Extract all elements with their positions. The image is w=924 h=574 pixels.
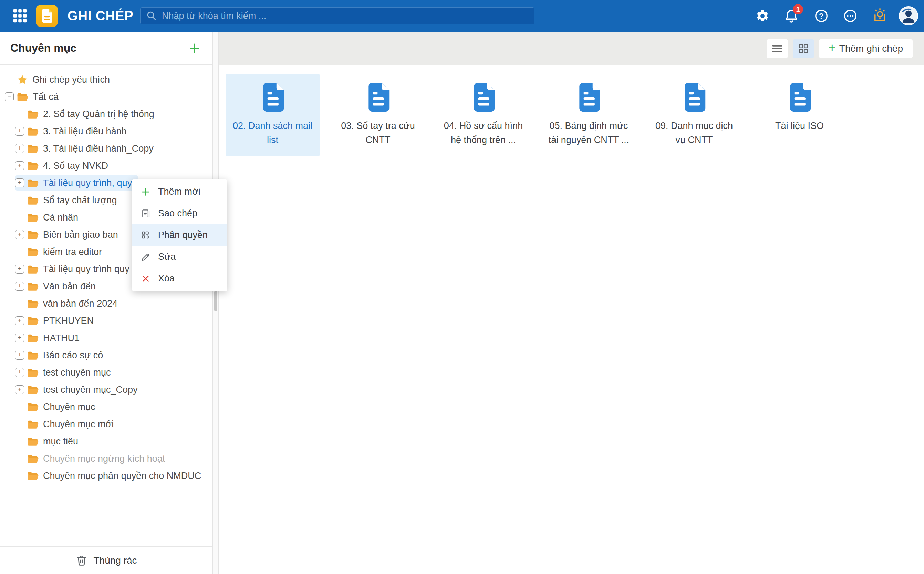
folder-icon [27,213,39,222]
expand-icon[interactable]: + [15,230,24,239]
sidebar-item-hathu1[interactable]: + HATHU1 [0,330,213,347]
notes-grid: 02. Danh sách mail list 03. Sổ tay tra c… [225,74,847,156]
grid-view-icon [798,43,809,54]
avatar-photo [900,7,918,25]
folder-icon [27,248,39,257]
note-card[interactable]: 09. Danh mục dịch vụ CNTT [647,74,741,156]
delete-x-icon [141,274,151,284]
sidebar-item-ptkhuyen[interactable]: + PTKHUYEN [0,312,213,330]
sidebar-item-all[interactable]: − Tất cả [0,88,213,106]
sidebar: Chuyên mục Ghi chép yêu thích − Tất cả 2… [0,32,213,574]
context-menu-add-new[interactable]: Thêm mới [132,181,227,203]
collapse-icon[interactable]: − [5,92,14,101]
list-view-button[interactable] [767,39,788,58]
share-permission-icon [140,230,151,240]
idea-lightbulb-icon [872,8,888,24]
expand-icon[interactable]: + [15,127,24,136]
expand-icon[interactable]: + [15,334,24,342]
sidebar-item-tai-lieu-dieu-hanh-copy[interactable]: + 3. Tài liệu điều hành_Copy [0,140,213,157]
context-menu-permissions[interactable]: Phân quyền [132,224,227,246]
expand-icon[interactable]: + [15,265,24,274]
scrollbar-thumb[interactable] [214,291,217,311]
sidebar-scrollbar[interactable] [213,32,219,574]
add-note-button[interactable]: + Thêm ghi chép [819,39,913,58]
expand-icon[interactable]: + [15,178,24,188]
search-box[interactable] [140,7,535,24]
document-icon [470,82,497,112]
folder-icon [27,230,39,240]
user-avatar[interactable] [899,6,918,25]
expand-icon[interactable]: + [15,161,24,170]
ellipsis-icon [843,9,858,23]
folder-icon [27,385,39,394]
folder-icon [17,92,28,102]
app-title: GHI CHÉP [68,0,134,32]
trash-icon [76,554,88,567]
folder-icon [27,196,39,205]
sidebar-item-test-chuyen-muc[interactable]: + test chuyên mục [0,364,213,381]
note-card[interactable]: 04. Hồ sơ cấu hình hệ thống trên ... [436,74,530,156]
note-card[interactable]: 03. Sổ tay tra cứu CNTT [331,74,425,156]
ideas-button[interactable] [870,0,890,32]
category-context-menu: Thêm mới Sao chép Phân quyền Sửa Xóa [132,179,227,291]
note-card-selected[interactable]: 02. Danh sách mail list [225,74,320,156]
expand-icon[interactable]: + [15,316,24,325]
context-menu-copy[interactable]: Sao chép [132,203,227,224]
star-icon [17,74,28,85]
app-logo[interactable] [36,5,58,27]
expand-icon[interactable]: + [15,282,24,291]
note-title: 04. Hồ sơ cấu hình hệ thống trên ... [436,119,530,147]
sidebar-item-chuyen-muc-phan-quyen-nmduc[interactable]: Chuyên mục phân quyền cho NMDUC [0,467,213,484]
sidebar-item-chuyen-muc[interactable]: Chuyên mục [0,398,213,416]
context-menu-delete[interactable]: Xóa [132,268,227,289]
sidebar-item-chuyen-muc-moi[interactable]: Chuyên mục mới [0,416,213,433]
folder-icon [27,161,39,170]
note-card[interactable]: Tài liệu ISO [752,74,847,156]
sidebar-item-tai-lieu-dieu-hanh[interactable]: + 3. Tài liệu điều hành [0,123,213,140]
sidebar-title: Chuyên mục [10,42,187,54]
sidebar-item-so-tay-nvkd[interactable]: + 4. Sổ tay NVKD [0,157,213,174]
sidebar-item-van-ban-den-2024[interactable]: văn bản đến 2024 [0,295,213,312]
sidebar-item-so-tay-quan-tri[interactable]: 2. Sổ tay Quản trị hệ thống [0,106,213,123]
expand-icon[interactable]: + [15,144,24,153]
sidebar-item-muc-tieu[interactable]: mục tiêu [0,433,213,450]
more-options-button[interactable] [840,0,861,32]
expand-icon[interactable]: + [15,368,24,377]
context-menu-edit[interactable]: Sửa [132,246,227,268]
folder-icon [27,299,39,308]
note-logo-icon [41,9,53,23]
app-launcher-button[interactable] [10,6,30,25]
folder-icon [27,402,39,412]
expand-icon[interactable]: + [15,351,24,360]
folder-icon [27,127,39,136]
note-title: 05. Bảng định mức tài nguyên CNTT ... [542,119,636,147]
note-title: 09. Danh mục dịch vụ CNTT [647,119,741,147]
sidebar-item-test-chuyen-muc-copy[interactable]: + test chuyên mục_Copy [0,381,213,398]
settings-button[interactable] [752,0,773,32]
document-icon [786,82,813,112]
main-content: + Thêm ghi chép 02. Danh sách mail list … [219,32,924,574]
list-view-icon [771,42,784,55]
notification-badge: 1 [793,4,803,14]
folder-icon [27,110,39,119]
trash-button[interactable]: Thùng rác [0,546,213,574]
plus-icon [140,187,151,197]
plus-icon: + [829,42,836,54]
note-title: Tài liệu ISO [752,119,847,133]
help-button[interactable] [811,0,832,32]
search-input[interactable] [162,11,529,21]
grid-view-button[interactable] [793,39,814,58]
folder-icon [27,265,39,274]
sidebar-item-chuyen-muc-ngung-kich-hoat[interactable]: Chuyên mục ngừng kích hoạt [0,450,213,467]
sidebar-item-favorites[interactable]: Ghi chép yêu thích [0,71,213,88]
topbar: GHI CHÉP 1 [0,0,924,32]
sidebar-header: Chuyên mục [0,32,213,65]
notifications-button[interactable]: 1 [781,0,802,32]
document-icon [365,82,392,112]
document-icon [576,82,602,112]
add-category-button[interactable] [187,41,202,56]
sidebar-item-bao-cao-su-co[interactable]: + Báo cáo sự cố [0,347,213,364]
note-card[interactable]: 05. Bảng định mức tài nguyên CNTT ... [542,74,636,156]
expand-icon[interactable]: + [15,385,24,394]
folder-icon [27,144,39,153]
